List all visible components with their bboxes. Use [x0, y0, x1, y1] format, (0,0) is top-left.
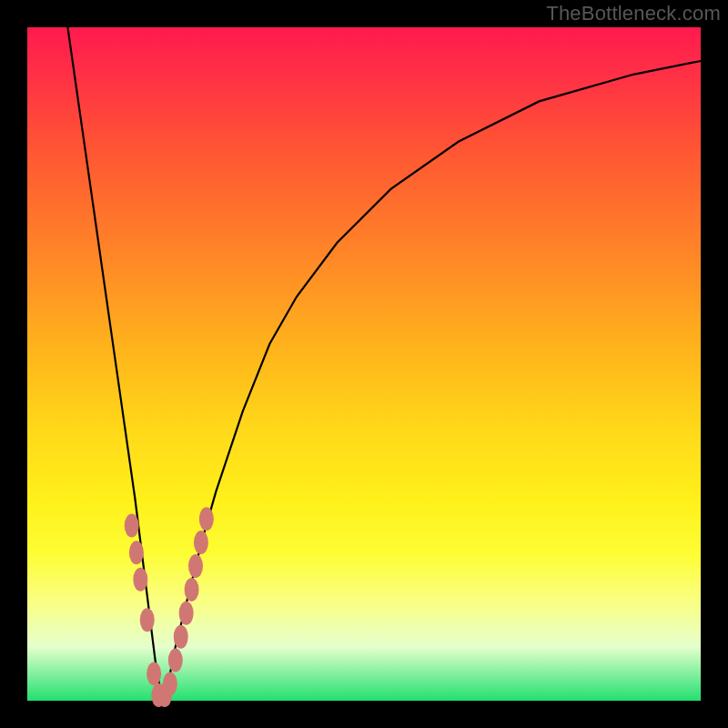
- marker-dot: [147, 662, 161, 685]
- frame: TheBottleneck.com: [0, 0, 728, 728]
- chart-svg: [27, 27, 701, 701]
- marker-dot: [188, 554, 203, 578]
- marker-dot: [199, 507, 214, 531]
- marker-dot: [185, 578, 199, 602]
- bottleneck-curve: [67, 27, 701, 701]
- data-markers: [125, 507, 214, 707]
- marker-dot: [133, 568, 147, 592]
- marker-dot: [174, 625, 188, 649]
- marker-dot: [129, 541, 144, 564]
- marker-dot: [140, 608, 155, 632]
- marker-dot: [163, 672, 177, 696]
- marker-dot: [179, 602, 194, 625]
- plot-area: [27, 27, 701, 701]
- marker-dot: [125, 514, 139, 538]
- marker-dot: [168, 649, 183, 672]
- marker-dot: [194, 531, 208, 554]
- watermark-text: TheBottleneck.com: [546, 2, 721, 25]
